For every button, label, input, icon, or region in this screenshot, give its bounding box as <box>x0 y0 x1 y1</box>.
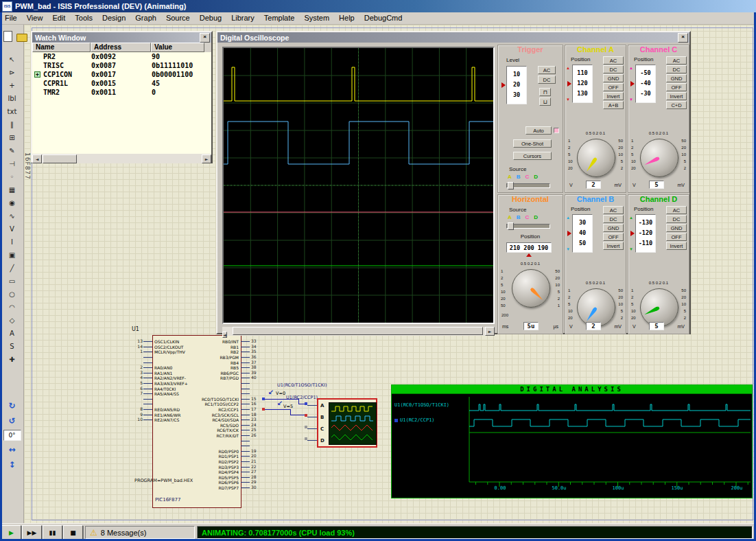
gnd-button[interactable]: GND <box>666 224 687 232</box>
menu-item[interactable]: Source <box>161 12 195 24</box>
component-pin[interactable]: RD0/PSP019 <box>154 448 265 454</box>
trigger-edge-rising-button[interactable]: ⊓ <box>539 88 551 96</box>
terminal-mode-icon[interactable]: ⊣ <box>6 158 19 170</box>
sum-button[interactable]: C+D <box>666 101 687 109</box>
wheel-down-icon[interactable]: ▼ <box>566 97 570 102</box>
oscilloscope-hscrollbar[interactable]: ◄ ► <box>222 327 495 336</box>
close-icon[interactable]: × <box>200 33 210 43</box>
off-button[interactable]: OFF <box>603 83 624 91</box>
dc-button[interactable]: DC <box>603 65 624 73</box>
gnd-button[interactable]: GND <box>666 74 687 82</box>
position-wheel[interactable]: -130 -120 -110 ▲ ▼ <box>635 214 656 253</box>
messages-panel[interactable]: ⚠ 8 Message(s) <box>85 526 195 539</box>
watch-window-titlebar[interactable]: Watch Window × <box>32 32 211 43</box>
oscilloscope-titlebar[interactable]: Digital Oscilloscope × <box>217 32 689 43</box>
component-pin[interactable]: RB6/PGC39 <box>154 371 265 376</box>
menu-item[interactable]: Design <box>97 12 130 24</box>
off-button[interactable]: OFF <box>603 233 624 241</box>
junction-dot-icon[interactable]: + <box>6 80 19 91</box>
horizontal-position-wheel[interactable]: 210 200 190 <box>506 242 552 253</box>
component-pin[interactable]: RD3/PSP322 <box>154 464 265 470</box>
mirror-horizontal-icon[interactable]: ↔ <box>6 444 19 456</box>
menu-item[interactable]: View <box>22 12 48 24</box>
invert-button[interactable]: Invert <box>666 92 687 100</box>
trigger-level-wheel[interactable]: 10 20 30 <box>506 66 527 104</box>
component-pin[interactable]: RB538 <box>154 365 265 371</box>
slider-thumb[interactable] <box>508 222 514 230</box>
trigger-source-slider[interactable] <box>506 183 550 188</box>
timebase-knob[interactable] <box>512 269 550 308</box>
pause-button[interactable]: ▮▮ <box>43 525 62 540</box>
menu-item[interactable]: Template <box>259 12 300 24</box>
component-pin[interactable]: RC4/SDI/SDA23 <box>154 417 265 423</box>
menu-item[interactable]: Help <box>334 12 359 24</box>
component-pin[interactable]: RD4/PSP427 <box>154 470 265 475</box>
selection-pointer-icon[interactable]: ↖ <box>6 54 19 65</box>
trigger-ac-button[interactable]: AC <box>538 66 556 74</box>
component-pin[interactable]: RB7/PGD40 <box>154 376 265 381</box>
scrollbar-thumb[interactable] <box>233 327 483 335</box>
component-pin[interactable]: RC6/TX/CK25 <box>154 428 265 433</box>
scroll-left-icon[interactable]: ◄ <box>32 154 42 163</box>
component-pin[interactable]: RC1/T1OSI/CCP216 <box>154 402 265 407</box>
graphics-marker-icon[interactable]: ✚ <box>6 354 19 365</box>
wheel-up-icon[interactable]: ▲ <box>629 66 633 70</box>
new-design-icon[interactable] <box>1 30 14 43</box>
menu-item[interactable]: System <box>299 12 334 24</box>
trigger-edge-falling-button[interactable]: ⊔ <box>539 97 551 106</box>
gnd-button[interactable]: GND <box>603 224 624 232</box>
rotation-angle-display[interactable]: 0° <box>3 430 21 441</box>
graphics-symbol-icon[interactable]: S <box>6 341 19 352</box>
component-pin[interactable] <box>154 381 265 387</box>
gain-knob[interactable] <box>577 288 615 327</box>
component-pin[interactable]: RD2/PSP221 <box>154 459 265 465</box>
trigger-oneshot-button[interactable]: One-Shot <box>513 139 552 148</box>
graphics-line-icon[interactable]: ╱ <box>6 262 19 274</box>
graphics-arc-icon[interactable]: ◠ <box>6 301 19 313</box>
voltage-probe-icon[interactable]: V <box>6 223 19 235</box>
scroll-left-icon[interactable]: ◄ <box>222 332 227 338</box>
gain-knob[interactable] <box>640 139 678 177</box>
column-header[interactable]: Name <box>32 43 91 52</box>
dc-button[interactable]: DC <box>666 215 687 223</box>
scrollbar-thumb[interactable] <box>43 154 77 163</box>
menu-item[interactable]: Tools <box>70 12 97 24</box>
horizontal-source-slider[interactable] <box>506 224 550 229</box>
menu-item[interactable]: Edit <box>47 12 70 24</box>
component-pin[interactable] <box>154 391 265 397</box>
run-button[interactable]: ▶ <box>1 525 21 540</box>
wheel-down-icon[interactable]: ▼ <box>629 247 633 251</box>
ac-button[interactable]: AC <box>603 56 624 65</box>
watch-row[interactable]: TRISC 0x0087 0b11111010 <box>32 61 211 70</box>
ac-button[interactable]: AC <box>666 206 687 214</box>
position-wheel[interactable]: -50 -40 -30 ▲ ▼ <box>635 65 656 103</box>
component-pin[interactable]: RC7/RX/DT26 <box>154 433 265 439</box>
off-button[interactable]: OFF <box>666 233 687 241</box>
stop-button[interactable]: ■ <box>63 525 83 540</box>
graph-mode-icon[interactable]: ▦ <box>6 184 19 196</box>
wheel-down-icon[interactable]: ▼ <box>629 97 633 102</box>
close-icon[interactable]: × <box>678 33 688 43</box>
component-pic16f877[interactable]: U1 13OSC1/CLKIN 14OSC2/CLKOUT 1MCLR/Vpp/… <box>129 334 265 511</box>
menu-item[interactable]: File <box>0 12 22 24</box>
ac-button[interactable]: AC <box>666 56 687 65</box>
component-pin[interactable]: RC5/SDO24 <box>154 423 265 428</box>
rotate-anticlockwise-icon[interactable]: ↺ <box>6 415 19 427</box>
device-pin-icon[interactable]: ◦ <box>6 171 19 183</box>
sum-button[interactable]: A+B <box>603 101 624 109</box>
voltage-probe-icon[interactable]: ↙ <box>277 400 283 407</box>
component-pin[interactable]: RC0/T1OSO/T1CKI15 <box>154 397 265 402</box>
step-button[interactable]: ▶▶ <box>22 525 42 540</box>
watch-row[interactable]: CCPR1L 0x0015 45 <box>32 79 211 88</box>
oscilloscope-component[interactable]: ABCD <box>317 398 377 448</box>
component-pin[interactable] <box>154 444 265 449</box>
position-wheel[interactable]: 30 40 50 ▲ ▼ <box>572 214 593 253</box>
wheel-down-icon[interactable]: ▼ <box>566 247 570 251</box>
component-mode-icon[interactable]: ⊳ <box>6 67 19 78</box>
component-pin[interactable] <box>154 386 265 391</box>
voltage-probe-icon[interactable]: ↙ <box>268 389 274 396</box>
component-pin[interactable]: RD7/PSP730 <box>154 485 265 491</box>
ac-button[interactable]: AC <box>603 206 624 214</box>
graphics-box-icon[interactable]: ▭ <box>6 275 19 287</box>
subcircuit-icon[interactable]: ⊞ <box>6 132 19 143</box>
